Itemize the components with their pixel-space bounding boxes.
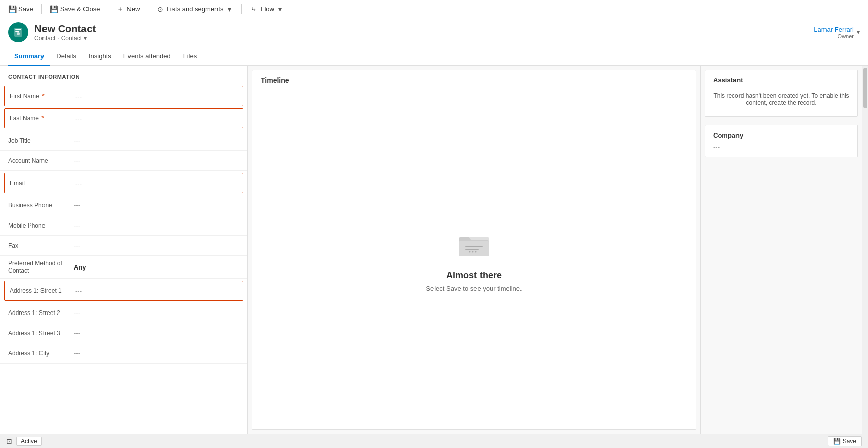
address-street2-value[interactable]: --- xyxy=(74,309,239,317)
address-street3-field: Address 1: Street 3 --- xyxy=(0,323,247,343)
nav-tabs: Summary Details Insights Events attended… xyxy=(0,47,868,66)
timeline-panel: Timeline Almost there Select Save to see xyxy=(252,70,696,430)
tab-insights[interactable]: Insights xyxy=(82,47,117,66)
toolbar-separator-1 xyxy=(41,4,42,14)
screen-icon: ⊡ xyxy=(6,437,12,445)
job-title-value[interactable]: --- xyxy=(74,137,239,144)
breadcrumb-2: Contact xyxy=(61,35,82,42)
business-phone-label: Business Phone xyxy=(8,202,74,209)
svg-rect-7 xyxy=(465,249,479,250)
fax-field: Fax --- xyxy=(0,236,247,256)
mobile-phone-value[interactable]: --- xyxy=(74,221,239,229)
flow-button[interactable]: ⤷ Flow ▾ xyxy=(246,3,288,15)
breadcrumb-1: Contact xyxy=(34,35,55,42)
last-name-label: Last Name * xyxy=(10,115,75,122)
assistant-text: This record hasn't been created yet. To … xyxy=(713,88,849,110)
status-save-button[interactable]: 💾 Save xyxy=(828,436,862,446)
save-button[interactable]: 💾 Save xyxy=(4,3,37,15)
address-city-field: Address 1: City --- xyxy=(0,343,247,364)
scroll-thumb[interactable] xyxy=(863,68,867,108)
account-name-value[interactable]: --- xyxy=(74,157,239,164)
page-title: New Contact xyxy=(34,23,96,35)
breadcrumb: Contact · Contact ▾ xyxy=(34,35,96,42)
address-street2-label: Address 1: Street 2 xyxy=(8,309,74,317)
user-chevron-icon[interactable]: ▾ xyxy=(857,29,860,36)
tab-events-attended[interactable]: Events attended xyxy=(117,47,177,66)
right-panel: Assistant This record hasn't been create… xyxy=(700,66,862,434)
email-label: Email xyxy=(10,180,75,187)
contact-info-panel: CONTACT INFORMATION First Name * --- Las… xyxy=(0,66,248,434)
save-close-label: Save & Close xyxy=(60,5,100,13)
user-details: Lamar Ferrari Owner xyxy=(814,26,854,39)
address-street1-label: Address 1: Street 1 xyxy=(10,287,75,294)
new-icon: ＋ xyxy=(116,5,124,13)
tab-details[interactable]: Details xyxy=(50,47,82,66)
company-value[interactable]: --- xyxy=(713,143,849,151)
company-card: Company --- xyxy=(705,125,858,157)
vertical-scrollbar[interactable] xyxy=(862,66,868,434)
user-role: Owner xyxy=(814,33,854,39)
svg-rect-2 xyxy=(15,31,19,32)
svg-point-8 xyxy=(469,251,471,253)
business-phone-field: Business Phone --- xyxy=(0,195,247,215)
contact-info-title: CONTACT INFORMATION xyxy=(0,66,247,84)
assistant-card: Assistant This record hasn't been create… xyxy=(705,70,858,117)
mobile-phone-field: Mobile Phone --- xyxy=(0,215,247,236)
first-name-value[interactable]: --- xyxy=(75,93,238,100)
address-street3-value[interactable]: --- xyxy=(74,329,239,337)
flow-label: Flow xyxy=(260,5,274,13)
address-street1-value[interactable]: --- xyxy=(75,287,238,295)
tab-summary[interactable]: Summary xyxy=(8,47,50,66)
email-field[interactable]: Email --- xyxy=(4,173,243,193)
preferred-contact-label: Preferred Method of Contact xyxy=(8,260,74,274)
address-city-value[interactable]: --- xyxy=(74,349,239,357)
fax-value[interactable]: --- xyxy=(74,242,239,249)
svg-point-10 xyxy=(475,251,477,253)
address-street2-field: Address 1: Street 2 --- xyxy=(0,303,247,323)
last-name-value[interactable]: --- xyxy=(75,115,238,122)
status-badge: Active xyxy=(16,437,42,446)
first-name-field[interactable]: First Name * --- xyxy=(4,86,243,106)
address-street3-label: Address 1: Street 3 xyxy=(8,330,74,337)
company-title: Company xyxy=(713,131,849,139)
breadcrumb-chevron-icon[interactable]: ▾ xyxy=(84,35,87,42)
user-name[interactable]: Lamar Ferrari xyxy=(814,26,854,33)
job-title-label: Job Title xyxy=(8,137,74,144)
mobile-phone-label: Mobile Phone xyxy=(8,222,74,229)
timeline-empty-icon xyxy=(456,228,492,264)
status-save-icon: 💾 xyxy=(833,438,841,445)
contact-icon xyxy=(8,22,28,42)
lists-segments-button[interactable]: ⊙ Lists and segments ▾ xyxy=(152,3,237,15)
save-icon: 💾 xyxy=(8,5,16,13)
svg-point-9 xyxy=(472,251,474,253)
svg-rect-6 xyxy=(465,246,483,247)
header-info: New Contact Contact · Contact ▾ xyxy=(34,23,96,42)
save-close-button[interactable]: 💾 Save & Close xyxy=(46,3,104,15)
business-phone-value[interactable]: --- xyxy=(74,201,239,209)
account-name-label: Account Name xyxy=(8,157,74,164)
preferred-contact-value[interactable]: Any xyxy=(74,263,239,271)
timeline-header: Timeline xyxy=(252,70,696,91)
email-value[interactable]: --- xyxy=(75,180,238,187)
address-street1-field[interactable]: Address 1: Street 1 --- xyxy=(4,281,243,301)
toolbar-separator-4 xyxy=(241,4,242,14)
tab-files[interactable]: Files xyxy=(177,47,203,66)
timeline-body: Almost there Select Save to see your tim… xyxy=(252,91,696,429)
main-content: CONTACT INFORMATION First Name * --- Las… xyxy=(0,66,868,434)
lists-segments-chevron-icon: ▾ xyxy=(225,5,233,13)
toolbar-separator-3 xyxy=(148,4,148,14)
last-name-field[interactable]: Last Name * --- xyxy=(4,108,243,128)
new-button[interactable]: ＋ New xyxy=(112,3,144,15)
lists-segments-icon: ⊙ xyxy=(156,5,164,13)
status-save-label: Save xyxy=(843,438,856,445)
new-label: New xyxy=(126,5,140,13)
flow-chevron-icon: ▾ xyxy=(276,5,284,13)
account-name-field: Account Name --- xyxy=(0,151,247,171)
toolbar-separator-2 xyxy=(108,4,108,14)
page-header: New Contact Contact · Contact ▾ Lamar Fe… xyxy=(0,18,868,47)
save-label: Save xyxy=(18,5,33,13)
first-name-label: First Name * xyxy=(10,93,75,100)
svg-rect-1 xyxy=(15,29,21,30)
preferred-contact-field: Preferred Method of Contact Any xyxy=(0,256,247,279)
toolbar: 💾 Save 💾 Save & Close ＋ New ⊙ Lists and … xyxy=(0,0,868,18)
